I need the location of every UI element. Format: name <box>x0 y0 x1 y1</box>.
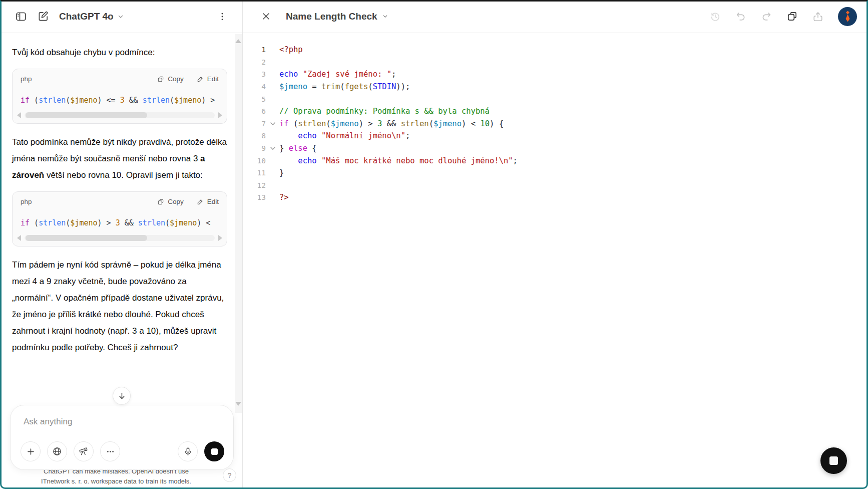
code-line[interactable]: 10 echo "Máš moc krátké nebo moc dlouhé … <box>243 154 868 167</box>
edit-code-button[interactable]: Edit <box>197 75 219 83</box>
chat-scrollbar[interactable] <box>235 34 242 413</box>
code-line[interactable]: 11} <box>243 167 868 179</box>
edit-pencil-icon <box>197 198 204 205</box>
deep-research-button[interactable] <box>74 441 94 461</box>
line-number: 4 <box>243 83 266 91</box>
plus-icon <box>26 447 36 456</box>
scroll-down-arrow-icon[interactable] <box>235 402 241 406</box>
help-icon: ? <box>228 471 232 479</box>
search-web-button[interactable] <box>47 441 67 461</box>
copy-code-button[interactable]: Copy <box>157 75 184 83</box>
line-number: 6 <box>243 107 266 115</box>
scroll-to-bottom-button[interactable] <box>113 387 131 405</box>
edit-pencil-icon <box>197 76 204 83</box>
undo-button[interactable] <box>735 11 746 22</box>
more-tools-button[interactable] <box>100 441 120 461</box>
stop-generating-button[interactable] <box>204 441 224 461</box>
assistant-message: Tím pádem je nyní kód správně – pokud je… <box>12 257 227 356</box>
version-history-button[interactable] <box>710 11 721 22</box>
undo-icon <box>735 11 746 22</box>
code-text: echo "Normální jméno\n"; <box>279 131 410 140</box>
line-number: 12 <box>243 181 266 189</box>
line-number: 7 <box>243 120 266 128</box>
telescope-icon <box>79 446 89 456</box>
kebab-menu-icon <box>217 12 227 22</box>
scrollbar-thumb[interactable] <box>26 235 147 241</box>
dictate-button[interactable] <box>178 441 198 461</box>
message-input[interactable]: Ask anything <box>11 405 233 427</box>
code-text: if (strlen($jmeno) > 3 && strlen($jmeno)… <box>279 119 504 128</box>
canvas-panel: Name Length Check <box>242 0 868 489</box>
scroll-up-arrow-icon[interactable] <box>235 39 241 43</box>
assistant-message: Tvůj kód obsahuje chybu v podmínce: <box>12 44 227 61</box>
scrollbar-thumb[interactable] <box>26 112 147 118</box>
code-line[interactable]: 6// Oprava podmínky: Podmínka s && byla … <box>243 105 868 118</box>
new-chat-button[interactable] <box>34 8 52 26</box>
scroll-left-arrow-icon[interactable] <box>17 235 21 241</box>
line-number: 8 <box>243 132 266 140</box>
scroll-right-arrow-icon[interactable] <box>218 112 222 118</box>
line-number: 3 <box>243 70 266 78</box>
globe-icon <box>52 446 62 456</box>
code-line[interactable]: 12 <box>243 179 868 192</box>
microphone-icon <box>183 447 193 456</box>
help-button[interactable]: ? <box>223 468 236 482</box>
edit-code-button[interactable]: Edit <box>197 198 219 205</box>
code-text: echo "Máš moc krátké nebo moc dlouhé jmé… <box>279 156 518 165</box>
close-icon <box>261 12 271 21</box>
chat-code-block: php Copy Edit if (s <box>12 69 227 124</box>
stop-icon <box>211 448 218 455</box>
sidebar-toggle-icon <box>15 11 27 23</box>
code-line[interactable]: 9} else { <box>243 142 868 155</box>
line-number: 11 <box>243 169 266 177</box>
assistant-message: Tato podmínka nemůže být nikdy pravdivá,… <box>12 134 227 183</box>
canvas-stop-button[interactable] <box>820 447 847 474</box>
code-line[interactable]: 8 echo "Normální jméno\n"; <box>243 130 868 142</box>
history-icon <box>710 11 721 22</box>
chat-options-button[interactable] <box>213 8 231 26</box>
code-line[interactable]: 5 <box>243 93 868 105</box>
code-text: // Oprava podmínky: Podmínka s && byla c… <box>279 107 490 116</box>
code-language-label: php <box>21 198 32 205</box>
code-text: echo "Zadej své jméno: "; <box>279 70 396 79</box>
scroll-right-arrow-icon[interactable] <box>218 235 222 241</box>
code-line[interactable]: 3echo "Zadej své jméno: "; <box>243 68 868 81</box>
sidebar-toggle-button[interactable] <box>12 8 30 26</box>
share-button[interactable] <box>812 11 823 22</box>
line-number: 1 <box>243 46 266 54</box>
code-line[interactable]: 4$jmeno = trim(fgets(STDIN)); <box>243 81 868 93</box>
code-snippet[interactable]: if (strlen($jmeno) > 3 && strlen($jmeno)… <box>13 206 227 228</box>
line-number: 2 <box>243 58 266 66</box>
share-icon <box>812 11 823 22</box>
copy-icon <box>157 76 164 83</box>
code-snippet[interactable]: if (strlen($jmeno) <= 3 && strlen($jmeno… <box>13 84 227 106</box>
code-line[interactable]: 2 <box>243 56 868 69</box>
chat-header: ChatGPT 4o <box>0 0 242 33</box>
code-line[interactable]: 13?> <box>243 191 868 204</box>
canvas-title-menu[interactable]: Name Length Check <box>286 11 388 22</box>
copy-canvas-button[interactable] <box>786 11 798 22</box>
code-text: ?> <box>279 193 289 202</box>
code-text: <?php <box>279 45 303 54</box>
code-line[interactable]: 7if (strlen($jmeno) > 3 && strlen($jmeno… <box>243 118 868 130</box>
scroll-left-arrow-icon[interactable] <box>17 112 21 118</box>
horizontal-scrollbar[interactable] <box>17 112 222 119</box>
code-language-label: php <box>21 75 32 83</box>
scroll-down-icon <box>118 392 126 400</box>
fold-chevron-icon[interactable] <box>266 121 279 127</box>
line-number: 13 <box>243 193 266 201</box>
line-number: 10 <box>243 157 266 165</box>
horizontal-scrollbar[interactable] <box>17 234 222 241</box>
close-canvas-button[interactable] <box>257 8 275 26</box>
attach-button[interactable] <box>21 441 41 461</box>
avatar[interactable] <box>838 7 857 26</box>
code-line[interactable]: 1<?php <box>243 44 868 56</box>
new-chat-icon <box>38 11 49 22</box>
redo-button[interactable] <box>761 11 772 22</box>
fold-chevron-icon[interactable] <box>266 145 279 151</box>
chevron-down-icon <box>382 13 388 20</box>
copy-icon <box>157 198 164 205</box>
model-switcher[interactable]: ChatGPT 4o <box>56 9 127 24</box>
copy-code-button[interactable]: Copy <box>157 198 184 205</box>
code-editor[interactable]: 1<?php23echo "Zadej své jméno: ";4$jmeno… <box>243 33 868 489</box>
